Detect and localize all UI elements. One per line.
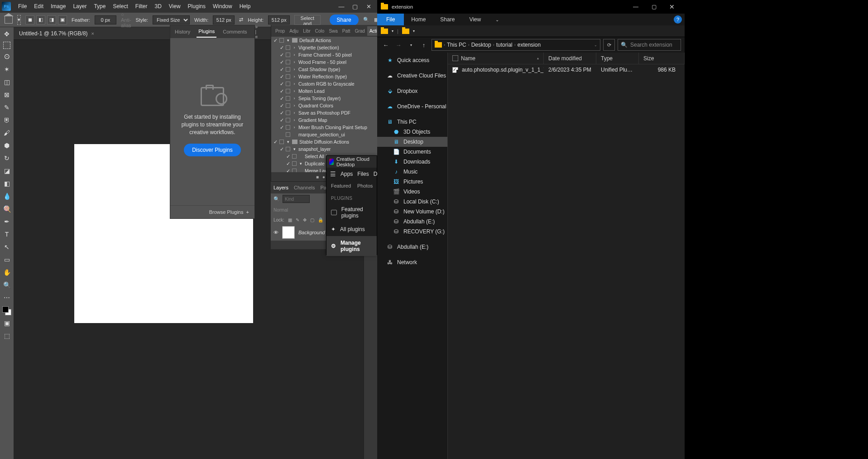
add-selection-icon[interactable]: ◧ xyxy=(36,15,45,24)
minimize-button[interactable]: — xyxy=(335,1,348,11)
menu-file[interactable]: File xyxy=(14,1,30,11)
sidebar-creative-cloud[interactable]: ☁Creative Cloud Files xyxy=(377,71,447,81)
action-row[interactable]: ✓›Wood Frame - 50 pixel xyxy=(271,58,377,66)
sidebar-abdullah-drive[interactable]: ⛁Abdullah (E:) xyxy=(377,242,447,252)
action-row[interactable]: ✓›Quadrant Colors xyxy=(271,102,377,109)
blend-mode-select[interactable]: Normal xyxy=(273,208,288,213)
breadcrumb[interactable]: tutorial xyxy=(496,42,513,48)
menu-layer[interactable]: Layer xyxy=(69,1,90,11)
cc-nav-files[interactable]: Files xyxy=(357,171,369,177)
sidebar-network[interactable]: 🖧Network xyxy=(377,257,447,267)
sidebar-dropbox[interactable]: ⬙Dropbox xyxy=(377,86,447,96)
tab-comments[interactable]: Comments xyxy=(221,26,249,37)
action-row[interactable]: marquee_selection_ui xyxy=(271,131,377,138)
search-input[interactable]: 🔍 Search extension xyxy=(618,39,681,51)
action-row[interactable]: ✓›Vignette (selection) xyxy=(271,44,377,51)
tab-adjustments[interactable]: Adju xyxy=(287,26,301,36)
crop-tool-icon[interactable]: ◫ xyxy=(2,77,12,87)
col-date[interactable]: Date modified xyxy=(544,53,596,64)
breadcrumb[interactable]: This PC xyxy=(447,42,466,48)
menu-view[interactable]: View xyxy=(165,1,184,11)
folder-icon[interactable] xyxy=(402,29,409,34)
tab-swatches[interactable]: Swa xyxy=(326,26,340,36)
lock-position-icon[interactable]: ✎ xyxy=(296,217,299,222)
record-icon[interactable]: ● xyxy=(322,174,325,179)
close-document-icon[interactable]: × xyxy=(91,31,94,36)
menu-filter[interactable]: Filter xyxy=(132,1,151,11)
menu-select[interactable]: Select xyxy=(109,1,131,11)
action-row[interactable]: ✓▾Default Actions xyxy=(271,37,377,44)
qat-dropdown-icon[interactable]: ▾ xyxy=(392,29,393,33)
col-name[interactable]: Name▴ xyxy=(448,53,544,64)
shape-tool-icon[interactable]: ▭ xyxy=(2,255,12,265)
lock-artboard-icon[interactable]: ▢ xyxy=(310,217,314,222)
close-button[interactable]: ✕ xyxy=(663,1,681,13)
ribbon-share-tab[interactable]: Share xyxy=(433,16,462,23)
file-row[interactable]: ✓ auto.photoshop.sd.plugin_v_1_1_7.ccx 2… xyxy=(448,64,685,75)
qat-overflow-icon[interactable]: ▾ xyxy=(413,29,415,33)
checkbox[interactable] xyxy=(452,55,458,61)
explorer-sidebar[interactable]: ★Quick access ☁Creative Cloud Files ⬙Dro… xyxy=(377,53,448,459)
menu-window[interactable]: Window xyxy=(209,1,236,11)
sidebar-desktop[interactable]: 🖥Desktop xyxy=(377,137,447,147)
healing-tool-icon[interactable]: ⛨ xyxy=(2,115,12,125)
recent-locations-icon[interactable]: ▾ xyxy=(406,40,416,50)
eyedropper-tool-icon[interactable]: ✎ xyxy=(2,102,12,112)
menu-plugins[interactable]: Plugins xyxy=(184,1,209,11)
up-button[interactable]: ↑ xyxy=(419,40,429,50)
maximize-button[interactable]: ▢ xyxy=(645,1,663,13)
path-tool-icon[interactable]: ↖ xyxy=(2,242,12,252)
pen-tool-icon[interactable]: ✒ xyxy=(2,217,12,227)
action-row[interactable]: ✓›Custom RGB to Grayscale xyxy=(271,80,377,87)
ribbon-file-tab[interactable]: File xyxy=(377,14,404,25)
tab-libraries[interactable]: Libr xyxy=(301,26,313,36)
sidebar-new-volume-d[interactable]: ⛁New Volume (D:) xyxy=(377,207,447,217)
help-icon[interactable]: ? xyxy=(674,15,682,24)
sidebar-quick-access[interactable]: ★Quick access xyxy=(377,55,447,65)
tab-properties[interactable]: Prop xyxy=(273,26,287,36)
action-row[interactable]: ✓›Gradient Map xyxy=(271,116,377,124)
width-input[interactable] xyxy=(213,15,235,24)
action-row[interactable]: ✓›Mixer Brush Cloning Paint Setup xyxy=(271,124,377,131)
menu-type[interactable]: Type xyxy=(90,1,109,11)
layer-filter-input[interactable] xyxy=(283,195,310,203)
quick-select-tool-icon[interactable]: ✶ xyxy=(2,64,12,74)
action-row[interactable]: ✓›Save as Photoshop PDF xyxy=(271,109,377,116)
sidebar-this-pc[interactable]: 🖥This PC xyxy=(377,117,447,127)
cc-subnav-photos[interactable]: Photos xyxy=(357,183,373,188)
lasso-tool-icon[interactable]: 𐌏 xyxy=(2,52,12,62)
tab-history[interactable]: History xyxy=(173,26,192,37)
history-dropdown-icon[interactable]: ⌄ xyxy=(594,43,597,47)
back-button[interactable]: ← xyxy=(381,40,391,50)
expand-ribbon-icon[interactable]: ⌄ xyxy=(488,17,506,22)
stop-icon[interactable]: ■ xyxy=(316,174,319,179)
marquee-tool-icon[interactable] xyxy=(3,42,10,49)
swap-dims-icon[interactable]: ⇄ xyxy=(239,17,243,23)
action-row[interactable]: ✓›Molten Lead xyxy=(271,87,377,95)
sidebar-recovery-g[interactable]: ⛁RECOVERY (G:) xyxy=(377,227,447,237)
discover-plugins-button[interactable]: Discover Plugins xyxy=(184,144,240,156)
action-row[interactable]: ✓▾Stable Diffusion Actions xyxy=(271,138,377,145)
action-row[interactable]: ✓▾snapshot_layer xyxy=(271,145,377,153)
sidebar-abdullah-e[interactable]: ⛁Abdullah (E:) xyxy=(377,217,447,227)
lock-all-icon[interactable]: 🔒 xyxy=(318,217,323,222)
share-button[interactable]: Share xyxy=(330,14,359,25)
action-row[interactable]: ✓›Sepia Toning (layer) xyxy=(271,95,377,102)
type-tool-icon[interactable]: T xyxy=(2,229,12,239)
move-tool-icon[interactable]: ✥ xyxy=(2,29,12,39)
tab-plugins[interactable]: Plugins xyxy=(197,26,216,38)
history-brush-tool-icon[interactable]: ↻ xyxy=(2,153,12,163)
forward-button[interactable]: → xyxy=(393,40,403,50)
hand-tool-icon[interactable]: ✋ xyxy=(2,267,12,277)
screenmode-icon[interactable]: ⬚ xyxy=(2,331,12,341)
color-swatch[interactable] xyxy=(2,306,11,315)
visibility-icon[interactable]: 👁 xyxy=(273,230,278,235)
actions-list[interactable]: ✓▾Default Actions✓›Vignette (selection)✓… xyxy=(271,37,377,172)
search-icon[interactable]: 🔍 xyxy=(273,196,280,202)
col-size[interactable]: Size xyxy=(639,53,685,64)
hamburger-icon[interactable]: ☰ xyxy=(330,170,336,178)
cc-titlebar[interactable]: Creative Cloud Desktop xyxy=(326,156,377,168)
search-icon[interactable]: 🔍 xyxy=(363,17,369,23)
menu-help[interactable]: Help xyxy=(236,1,254,11)
breadcrumb[interactable]: Desktop xyxy=(471,42,491,48)
